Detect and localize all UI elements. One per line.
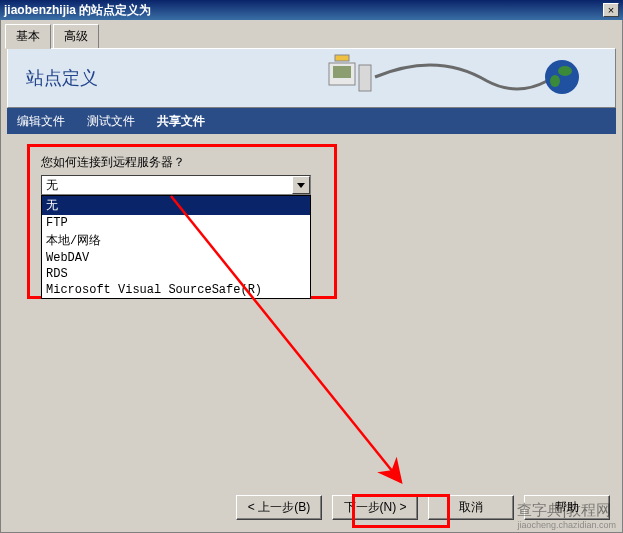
wizard-buttons: < 上一步(B) 下一步(N) > 取消 帮助	[236, 495, 610, 520]
connection-combo[interactable]: 无 FTP 本地/网络 WebDAV RDS Microsoft Visual …	[41, 175, 311, 299]
svg-rect-3	[335, 55, 349, 61]
nav-step-share[interactable]: 共享文件	[157, 113, 205, 130]
option-vss[interactable]: Microsoft Visual SourceSafe(R)	[42, 282, 310, 298]
tab-advanced[interactable]: 高级	[53, 24, 99, 48]
wizard-steps-nav: 编辑文件 测试文件 共享文件	[7, 108, 616, 134]
svg-rect-1	[333, 66, 351, 78]
wizard-content: 您如何连接到远程服务器？ 无 FTP 本地/网络 WebDAV RDS Micr…	[7, 134, 616, 313]
nav-step-edit[interactable]: 编辑文件	[17, 113, 65, 130]
window-title: jiaobenzhijia 的站点定义为	[4, 0, 151, 20]
connection-combo-input-wrap	[41, 175, 311, 195]
option-ftp[interactable]: FTP	[42, 215, 310, 231]
connection-input[interactable]	[42, 176, 292, 194]
header-graphic-icon	[317, 53, 597, 103]
close-button[interactable]: ×	[603, 3, 619, 17]
svg-point-6	[550, 75, 560, 87]
svg-point-5	[558, 66, 572, 76]
next-button[interactable]: 下一步(N) >	[332, 495, 418, 520]
back-button[interactable]: < 上一步(B)	[236, 495, 322, 520]
nav-step-test[interactable]: 测试文件	[87, 113, 135, 130]
tab-strip: 基本 高级	[1, 20, 622, 48]
connection-dropdown-list: 无 FTP 本地/网络 WebDAV RDS Microsoft Visual …	[41, 195, 311, 299]
tab-basic[interactable]: 基本	[5, 24, 51, 49]
watermark-sub: jiaocheng.chazidian.com	[517, 520, 616, 530]
combo-dropdown-button[interactable]	[292, 176, 310, 194]
window-body: 基本 高级 站点定义 编辑文件 测试文件 共享文件 您如何连接到远程服务器？	[0, 20, 623, 533]
option-rds[interactable]: RDS	[42, 266, 310, 282]
prompt-label: 您如何连接到远程服务器？	[41, 154, 604, 171]
svg-rect-2	[359, 65, 371, 91]
help-button[interactable]: 帮助	[524, 495, 610, 520]
svg-point-4	[545, 60, 579, 94]
wizard-title: 站点定义	[26, 66, 98, 90]
option-local[interactable]: 本地/网络	[42, 231, 310, 250]
option-webdav[interactable]: WebDAV	[42, 250, 310, 266]
prompt-area: 您如何连接到远程服务器？ 无 FTP 本地/网络 WebDAV RDS Micr…	[41, 154, 604, 299]
wizard-header: 站点定义	[7, 48, 616, 108]
option-none[interactable]: 无	[42, 196, 310, 215]
window-titlebar: jiaobenzhijia 的站点定义为 ×	[0, 0, 623, 20]
cancel-button[interactable]: 取消	[428, 495, 514, 520]
